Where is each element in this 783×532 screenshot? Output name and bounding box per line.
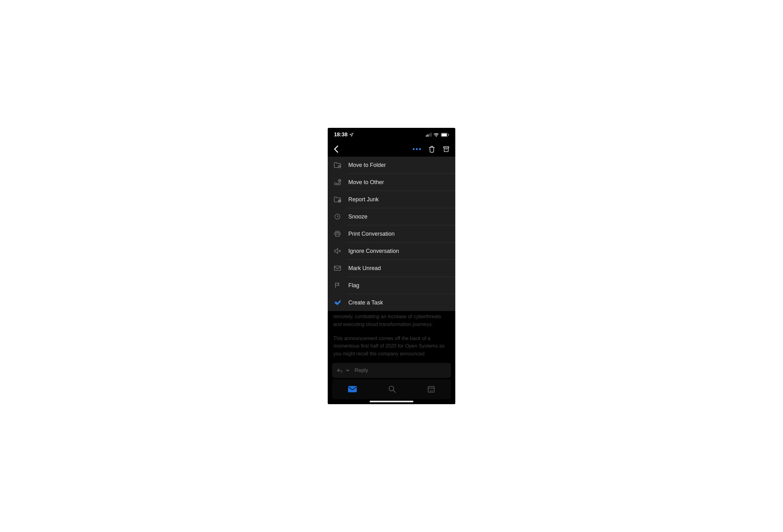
cellular-icon: [426, 133, 432, 137]
menu-item-move-to-folder[interactable]: Move to Folder: [328, 157, 455, 173]
back-button[interactable]: [333, 145, 339, 153]
more-options-button[interactable]: [413, 148, 421, 150]
flag-icon: [333, 282, 342, 289]
menu-item-snooze[interactable]: Snooze: [328, 208, 455, 225]
wifi-icon: [433, 133, 439, 137]
menu-item-create-task[interactable]: Create a Task: [328, 294, 455, 311]
nav-calendar[interactable]: 16: [427, 385, 435, 393]
menu-item-label: Print Conversation: [348, 225, 450, 242]
menu-item-move-to-other[interactable]: Move to Other: [328, 174, 455, 191]
status-time: 18:38: [334, 132, 347, 138]
bottom-nav: 16: [332, 379, 451, 399]
status-left: 18:38: [334, 132, 354, 138]
svg-line-23: [394, 390, 396, 393]
svg-rect-3: [431, 133, 432, 137]
home-indicator[interactable]: [370, 401, 413, 402]
menu-item-ignore-conversation[interactable]: Ignore Conversation: [328, 242, 455, 260]
email-paragraph: This announcement comes off the back of …: [333, 335, 450, 358]
menu-item-label: Report Junk: [348, 191, 450, 208]
svg-rect-21: [348, 386, 357, 392]
menu-item-report-junk[interactable]: Report Junk: [328, 191, 455, 208]
menu-item-print-conversation[interactable]: Print Conversation: [328, 225, 455, 242]
junk-icon: [333, 196, 342, 203]
email-body: remotely, combatting an increase of cybe…: [328, 311, 455, 358]
svg-rect-19: [334, 266, 341, 270]
menu-item-label: Move to Folder: [348, 157, 450, 173]
print-icon: [333, 230, 342, 237]
svg-rect-7: [444, 146, 449, 148]
svg-rect-5: [441, 133, 447, 136]
context-menu: Move to Folder Move to Other: [328, 157, 455, 311]
nav-mail[interactable]: [348, 386, 357, 393]
svg-rect-0: [426, 135, 427, 137]
status-bar: 18:38: [328, 128, 455, 142]
task-check-icon: [333, 299, 342, 306]
status-right: [426, 133, 449, 137]
inbox-move-icon: [333, 179, 342, 185]
menu-item-label: Flag: [348, 277, 450, 294]
search-icon: [388, 385, 396, 393]
reply-bar[interactable]: Reply: [332, 363, 451, 378]
nav-bar: [328, 142, 455, 157]
chevron-down-icon: [346, 369, 350, 372]
trash-icon: [429, 145, 435, 153]
archive-button[interactable]: [443, 146, 450, 153]
phone-screen: 18:38: [328, 128, 455, 404]
clock-icon: [333, 213, 342, 220]
email-paragraph: remotely, combatting an increase of cybe…: [333, 313, 450, 329]
archive-icon: [443, 146, 450, 153]
delete-button[interactable]: [429, 145, 435, 153]
battery-icon: [441, 133, 449, 137]
reply-icon: [337, 368, 343, 373]
folder-move-icon: [333, 162, 342, 168]
menu-item-label: Move to Other: [348, 174, 450, 191]
menu-item-label: Ignore Conversation: [348, 242, 450, 260]
menu-item-mark-unread[interactable]: Mark Unread: [328, 260, 455, 277]
menu-item-flag[interactable]: Flag: [328, 277, 455, 294]
nav-search[interactable]: [388, 385, 396, 393]
menu-item-label: Mark Unread: [348, 260, 450, 277]
svg-rect-6: [448, 134, 449, 136]
mute-icon: [333, 248, 342, 254]
svg-text:16: 16: [430, 389, 433, 392]
svg-rect-1: [428, 134, 429, 137]
mail-icon: [333, 265, 342, 271]
svg-rect-2: [429, 133, 430, 137]
reply-label: Reply: [354, 367, 368, 373]
location-icon: [349, 133, 354, 137]
svg-point-22: [389, 386, 394, 391]
menu-item-label: Create a Task: [348, 294, 450, 311]
menu-item-label: Snooze: [348, 208, 450, 225]
calendar-icon: 16: [427, 385, 435, 393]
svg-rect-16: [336, 234, 339, 236]
mail-filled-icon: [348, 386, 357, 393]
